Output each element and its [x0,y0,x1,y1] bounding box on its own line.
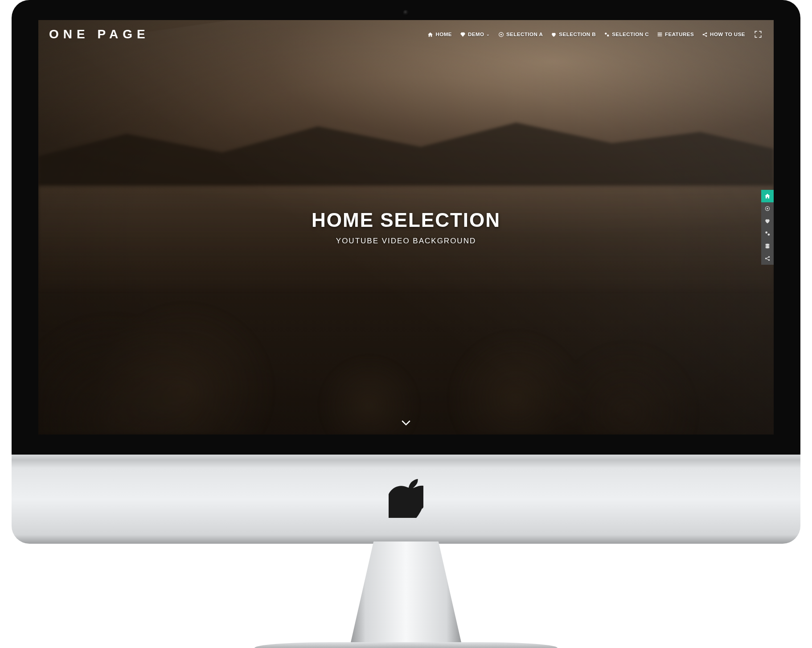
svg-point-3 [607,34,609,36]
heart-icon [551,32,557,37]
nav-how-to-use-label: HOW TO USE [710,32,745,37]
nav-demo[interactable]: DEMO ⌄ [460,32,490,37]
nav-features[interactable]: FEATURES [657,32,694,37]
nav-features-label: FEATURES [665,32,694,37]
nav-selection-c[interactable]: SELECTION C [604,32,649,37]
screen: ONE PAGE HOME DEMO ⌄ [38,20,774,435]
fullscreen-button[interactable] [753,29,763,39]
site-logo[interactable]: ONE PAGE [49,27,150,41]
monitor-stand-neck [348,541,464,644]
nav-how-to-use[interactable]: HOW TO USE [702,32,745,37]
side-section-nav [761,190,774,265]
list-icon [657,32,663,37]
hero-section: HOME SELECTION YOUTUBE VIDEO BACKGROUND [312,209,500,246]
svg-point-2 [605,33,607,34]
nav-selection-a-label: SELECTION A [506,32,543,37]
monitor-chin [12,455,800,544]
gears-icon [604,32,610,37]
nav-selection-a[interactable]: SELECTION A [498,32,543,37]
nav-demo-label: DEMO [468,32,484,37]
imac-mockup: ONE PAGE HOME DEMO ⌄ [12,0,800,648]
nav-home-label: HOME [435,32,452,37]
nav-home[interactable]: HOME [427,32,452,37]
monitor-bezel: ONE PAGE HOME DEMO ⌄ [12,0,800,455]
hero-title: HOME SELECTION [312,209,500,231]
top-navbar: ONE PAGE HOME DEMO ⌄ [38,20,774,49]
side-nav-section-c[interactable] [761,227,774,240]
scroll-down-button[interactable] [399,416,413,429]
share-icon [702,32,708,37]
hero-subtitle: YOUTUBE VIDEO BACKGROUND [312,237,500,246]
side-nav-section-a[interactable] [761,202,774,215]
svg-point-1 [500,33,502,35]
home-icon [427,32,433,37]
svg-point-14 [765,244,769,246]
side-nav-section-b[interactable] [761,215,774,227]
side-nav-home[interactable] [761,190,774,202]
camera-icon [403,10,409,16]
bg-rocks [38,290,774,435]
svg-rect-6 [658,35,662,36]
side-nav-features[interactable] [761,240,774,252]
svg-rect-5 [658,34,662,35]
svg-point-15 [765,245,769,247]
svg-rect-4 [658,33,662,33]
svg-point-12 [765,231,767,234]
svg-point-13 [768,234,770,236]
main-menu: HOME DEMO ⌄ SELECTION A [427,29,763,39]
nav-selection-b-label: SELECTION B [559,32,596,37]
nav-selection-c-label: SELECTION C [612,32,649,37]
bg-mountains [38,111,774,186]
diamond-icon [460,32,466,37]
svg-point-16 [765,247,769,249]
nav-selection-b[interactable]: SELECTION B [551,32,596,37]
apple-logo-icon [389,477,423,518]
chevron-down-icon: ⌄ [486,32,490,37]
target-icon [498,32,504,37]
monitor-stand-base [254,642,558,648]
svg-point-11 [767,208,768,209]
side-nav-share[interactable] [761,252,774,265]
